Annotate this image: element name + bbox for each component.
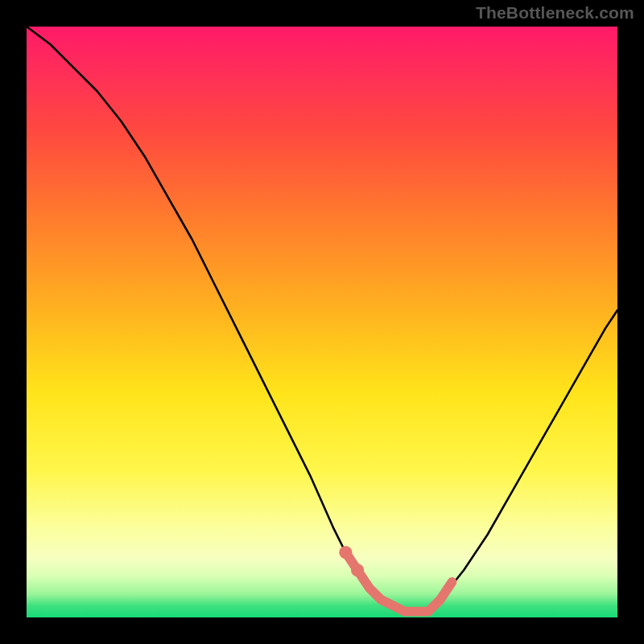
highlight-segment <box>345 552 452 611</box>
highlight-dot <box>351 564 364 576</box>
highlight-dot <box>339 546 352 559</box>
chart-container: TheBottleneck.com <box>0 0 644 644</box>
plot-area <box>27 27 617 617</box>
bottleneck-curve <box>27 27 617 612</box>
attribution-label: TheBottleneck.com <box>476 3 634 23</box>
chart-svg <box>27 27 617 617</box>
